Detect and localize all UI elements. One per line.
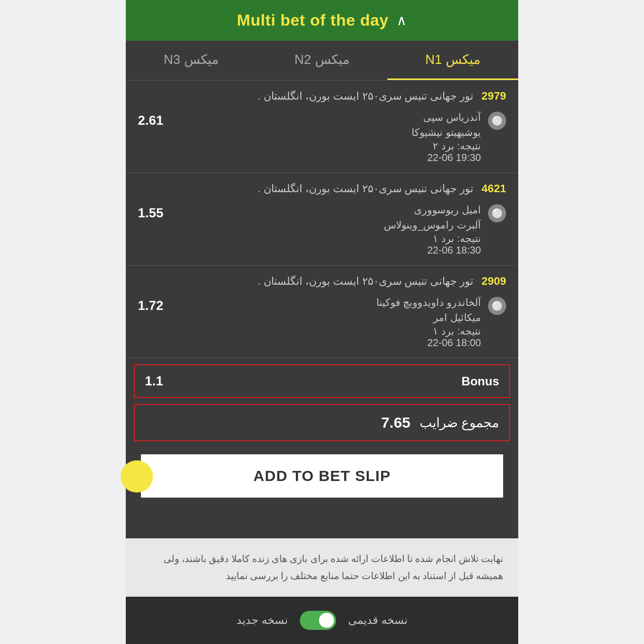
match-result-3: نتیجه: برد ۱ (376, 325, 481, 337)
match-card-3: 2909 تور جهانی تنیس سری۲۵۰ ایست بورن، ان… (126, 266, 518, 358)
match-odds-3: 1.72 (138, 298, 173, 313)
match-id-1: 2979 (481, 90, 506, 103)
bonus-value: 1.1 (145, 373, 163, 389)
content-area: 2979 تور جهانی تنیس سری۲۵۰ ایست بورن، ان… (126, 80, 518, 538)
toggle-knob (319, 613, 334, 628)
old-version-label: نسخه قدیمی (348, 614, 408, 627)
disclaimer-text: نهایت تلاش انجام شده تا اطلاعات ارائه شد… (141, 550, 503, 585)
add-btn-container: ADD TO BET SLIP (126, 449, 518, 508)
header-title: Multi bet of the day (237, 11, 389, 30)
header: Multi bet of the day ∧ (126, 0, 518, 41)
phone-container: Multi bet of the day ∧ میکس N1 میکس N2 م… (126, 0, 518, 644)
match-odds-2: 1.55 (138, 205, 173, 221)
sport-icon-3: ⚪ (488, 297, 506, 315)
match-players-2: امیل ریوسووری آلبرت راموس_وینولاس (384, 202, 481, 232)
new-version-label: نسخه جدید (236, 614, 288, 627)
bonus-row: 1.1 Bonus (134, 364, 510, 398)
match-info-3: آلخاندرو داویدوویچ فوکینا میکائیل امر نت… (376, 295, 481, 349)
match-details-2: امیل ریوسووری آلبرت راموس_وینولاس نتیجه:… (173, 202, 506, 256)
match-id-3: 2909 (481, 275, 506, 288)
sport-icon-2: ⚪ (488, 204, 506, 222)
match-result-2: نتیجه: برد ۱ (384, 232, 481, 245)
match-header-3: 2909 تور جهانی تنیس سری۲۵۰ ایست بورن، ان… (138, 275, 506, 288)
total-odds-value: 7.65 (381, 414, 410, 431)
total-odds-label: مجموع ضرایب (420, 415, 499, 431)
match-title-2: تور جهانی تنیس سری۲۵۰ ایست بورن، انگلستا… (138, 183, 473, 195)
yellow-circle-decoration (121, 460, 153, 493)
match-header-2: 4621 تور جهانی تنیس سری۲۵۰ ایست بورن، ان… (138, 182, 506, 195)
match-header-1: 2979 تور جهانی تنیس سری۲۵۰ ایست بورن، ان… (138, 90, 506, 103)
match-body-1: 2.61 آندریاس سپی یوشیهیتو نیشیوکا نتیجه:… (138, 110, 506, 164)
match-info-1: آندریاس سپی یوشیهیتو نیشیوکا نتیجه: برد … (412, 110, 481, 164)
total-odds-row: مجموع ضرایب 7.65 (134, 404, 510, 441)
footer: نسخه جدید نسخه قدیمی (126, 597, 518, 644)
version-toggle[interactable] (300, 611, 336, 630)
tab-n2[interactable]: میکس N2 (257, 41, 387, 80)
match-time-3: 18:00 22-06 (376, 337, 481, 349)
match-details-3: آلخاندرو داویدوویچ فوکینا میکائیل امر نت… (173, 295, 506, 349)
match-players-1: آندریاس سپی یوشیهیتو نیشیوکا (412, 110, 481, 140)
match-info-2: امیل ریوسووری آلبرت راموس_وینولاس نتیجه:… (384, 202, 481, 256)
match-time-1: 19:30 22-06 (412, 152, 481, 164)
match-result-1: نتیجه: برد ۲ (412, 140, 481, 152)
tabs-container: میکس N1 میکس N2 میکس N3 (126, 41, 518, 80)
match-body-3: 1.72 آلخاندرو داویدوویچ فوکینا میکائیل ا… (138, 295, 506, 349)
match-title-1: تور جهانی تنیس سری۲۵۰ ایست بورن، انگلستا… (138, 90, 473, 102)
match-odds-1: 2.61 (138, 113, 173, 128)
match-body-2: 1.55 امیل ریوسووری آلبرت راموس_وینولاس ن… (138, 202, 506, 256)
sport-icon-1: ⚪ (488, 112, 506, 130)
match-id-2: 4621 (481, 182, 506, 195)
match-details-1: آندریاس سپی یوشیهیتو نیشیوکا نتیجه: برد … (173, 110, 506, 164)
match-card-2: 4621 تور جهانی تنیس سری۲۵۰ ایست بورن، ان… (126, 173, 518, 266)
match-title-3: تور جهانی تنیس سری۲۵۰ ایست بورن، انگلستا… (138, 275, 473, 287)
match-players-3: آلخاندرو داویدوویچ فوکینا میکائیل امر (376, 295, 481, 325)
match-card-1: 2979 تور جهانی تنیس سری۲۵۰ ایست بورن، ان… (126, 80, 518, 173)
tab-n3[interactable]: میکس N3 (126, 41, 257, 80)
match-time-2: 18:30 22-06 (384, 245, 481, 256)
bonus-label: Bonus (461, 374, 499, 388)
add-to-bet-slip-button[interactable]: ADD TO BET SLIP (141, 454, 503, 498)
chevron-icon: ∧ (396, 12, 407, 29)
tab-n1[interactable]: میکس N1 (387, 41, 518, 80)
disclaimer-section: نهایت تلاش انجام شده تا اطلاعات ارائه شد… (126, 538, 518, 597)
